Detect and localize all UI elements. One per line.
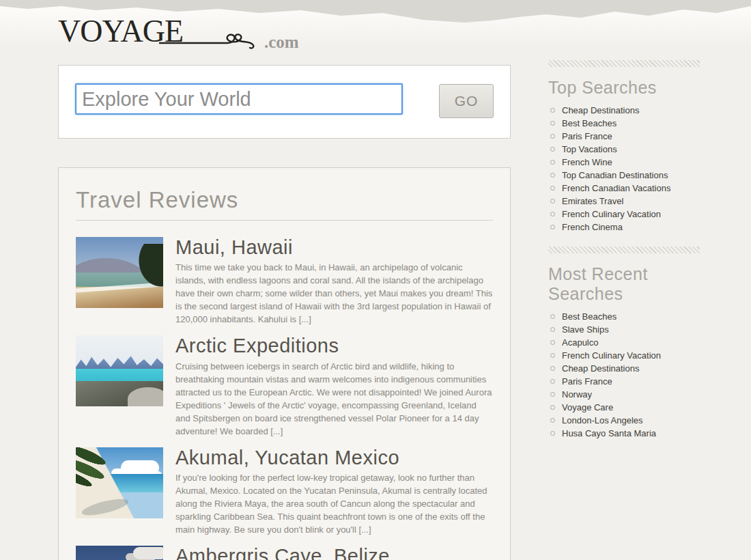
section-title: Travel Reviews	[76, 187, 493, 213]
bullet-icon	[550, 405, 555, 410]
review-thumbnail-arctic[interactable]	[76, 335, 163, 406]
top-searches-list: Cheap Destinations Best Beaches Paris Fr…	[548, 104, 704, 234]
sidebar-link[interactable]: French Culinary Vacation	[548, 349, 704, 362]
sidebar: Top Searches Cheap Destinations Best Bea…	[548, 60, 704, 440]
bullet-icon	[550, 379, 555, 384]
sidebar-link-label: Best Beaches	[562, 311, 617, 322]
sidebar-link[interactable]: Best Beaches	[548, 117, 704, 130]
bullet-icon	[550, 121, 555, 126]
bullet-icon	[550, 212, 555, 216]
go-button[interactable]: GO	[439, 84, 494, 118]
bullet-icon	[550, 392, 555, 397]
review-text: Ambergris Caye, Belize	[175, 546, 493, 560]
sidebar-link-label: Slave Ships	[562, 324, 609, 335]
sidebar-link-label: French Wine	[562, 157, 612, 167]
sidebar-link[interactable]: Norway	[548, 388, 704, 401]
sidebar-link-label: Voyage Care	[562, 402, 613, 412]
sidebar-link-label: Top Vacations	[562, 144, 617, 154]
search-panel: GO	[58, 65, 511, 139]
zigzag-divider	[548, 60, 700, 67]
bullet-icon	[550, 327, 555, 332]
sidebar-link-label: Best Beaches	[562, 118, 617, 128]
bullet-icon	[550, 353, 555, 358]
sidebar-link-label: Norway	[562, 389, 592, 400]
bullet-icon	[550, 340, 555, 345]
bullet-icon	[550, 186, 555, 191]
zigzag-divider	[548, 247, 700, 253]
review-thumbnail-akumal[interactable]	[76, 447, 163, 518]
sidebar-link-label: French Cinema	[562, 222, 623, 232]
review-item: Arctic Expeditions Cruising between iceb…	[76, 335, 493, 437]
recent-searches-list: Best Beaches Slave Ships Acapulco French…	[548, 310, 704, 440]
sidebar-link-label: Cheap Destinations	[562, 105, 639, 115]
sidebar-link-label: French Canadian Vacations	[562, 183, 670, 193]
bullet-icon	[550, 134, 555, 139]
bullet-icon	[550, 314, 555, 319]
review-excerpt: Cruising between icebergs in search of A…	[175, 360, 493, 438]
sidebar-link[interactable]: Cheap Destinations	[548, 362, 704, 375]
sidebar-link[interactable]: London-Los Angeles	[548, 414, 704, 427]
review-item: Ambergris Caye, Belize	[76, 546, 493, 560]
bullet-icon	[550, 147, 555, 152]
sidebar-link[interactable]: Cheap Destinations	[548, 104, 704, 117]
thumb-boulder	[128, 387, 163, 406]
bullet-icon	[550, 431, 555, 436]
thumb-palm-tree	[134, 244, 163, 292]
review-title-link[interactable]: Arctic Expeditions	[175, 335, 493, 356]
sidebar-link-label: Husa Cayo Santa Maria	[562, 428, 656, 438]
sidebar-link-label: Paris France	[562, 131, 612, 141]
sidebar-link[interactable]: French Culinary Vacation	[548, 208, 704, 221]
review-text: Akumal, Yucatan Mexico If you're looking…	[175, 447, 493, 536]
review-item: Akumal, Yucatan Mexico If you're looking…	[76, 447, 493, 536]
review-excerpt: If you're looking for the perfect low-ke…	[175, 471, 493, 536]
recent-searches-heading: Most Recent Searches	[548, 264, 704, 304]
sidebar-link[interactable]: Emirates Travel	[548, 195, 704, 208]
sidebar-link[interactable]: Top Vacations	[548, 143, 704, 156]
sidebar-link[interactable]: Slave Ships	[548, 323, 704, 336]
top-searches-heading: Top Searches	[548, 78, 704, 98]
search-input[interactable]	[75, 83, 403, 115]
sidebar-link-label: Cheap Destinations	[562, 363, 639, 374]
bullet-icon	[550, 173, 555, 178]
brand-suffix: .com	[264, 33, 299, 52]
sidebar-link[interactable]: French Wine	[548, 156, 704, 169]
sidebar-link-label: French Culinary Vacation	[562, 209, 661, 219]
review-title-link[interactable]: Maui, Hawaii	[175, 237, 493, 257]
travel-reviews-panel: Travel Reviews Maui, Hawaii This time we…	[58, 167, 511, 560]
site-logo[interactable]: VOYAGE .com	[58, 12, 345, 56]
sidebar-link[interactable]: Acapulco	[548, 336, 704, 349]
review-thumbnail-belize[interactable]	[76, 546, 163, 560]
review-excerpt: This time we take you back to Maui, in H…	[175, 261, 493, 326]
bullet-icon	[550, 225, 555, 229]
bullet-icon	[550, 199, 555, 204]
sidebar-link[interactable]: Paris France	[548, 130, 704, 143]
review-item: Maui, Hawaii This time we take you back …	[76, 237, 493, 326]
bullet-icon	[550, 418, 555, 423]
sidebar-link[interactable]: French Cinema	[548, 221, 704, 234]
sidebar-link[interactable]: Best Beaches	[548, 310, 704, 323]
sidebar-link[interactable]: French Canadian Vacations	[548, 182, 704, 195]
review-title-link[interactable]: Akumal, Yucatan Mexico	[175, 447, 493, 468]
sidebar-link-label: French Culinary Vacation	[562, 350, 661, 361]
sidebar-link-label: Acapulco	[562, 337, 598, 348]
sidebar-link[interactable]: Paris France	[548, 375, 704, 388]
bullet-icon	[550, 160, 555, 165]
bullet-icon	[550, 108, 555, 113]
review-text: Maui, Hawaii This time we take you back …	[175, 237, 493, 326]
thumb-cloud	[133, 547, 163, 559]
sidebar-link[interactable]: Husa Cayo Santa Maria	[548, 427, 704, 440]
review-text: Arctic Expeditions Cruising between iceb…	[175, 335, 493, 437]
flourish-icon	[159, 31, 268, 57]
review-title-link[interactable]: Ambergris Caye, Belize	[175, 546, 493, 560]
sidebar-link[interactable]: Voyage Care	[548, 401, 704, 414]
sidebar-link-label: Paris France	[562, 376, 612, 387]
sidebar-link[interactable]: Top Canadian Destinations	[548, 169, 704, 182]
sidebar-link-label: Top Canadian Destinations	[562, 170, 668, 180]
bullet-icon	[550, 366, 555, 371]
section-divider	[76, 220, 493, 221]
review-thumbnail-maui[interactable]	[76, 237, 163, 308]
sidebar-link-label: London-Los Angeles	[562, 415, 643, 425]
sidebar-link-label: Emirates Travel	[562, 196, 623, 206]
